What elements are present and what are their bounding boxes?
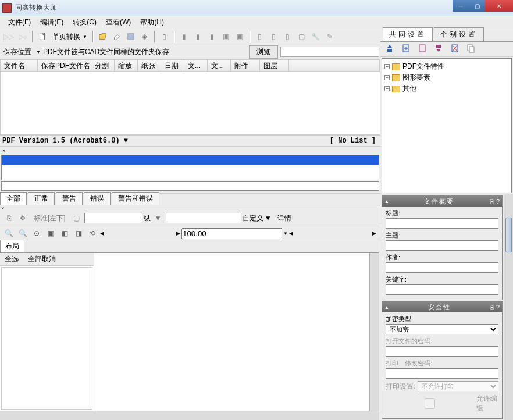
zoom-sel-icon[interactable]: ◨	[72, 227, 85, 240]
file-summary-header[interactable]: ▲ 文件概要 ⎘ ?	[382, 196, 502, 207]
zoom-input[interactable]	[181, 228, 282, 239]
eraser-icon[interactable]	[111, 30, 123, 43]
panel-close-icon[interactable]: ×	[0, 205, 379, 211]
tab-individual-settings[interactable]: 个别设置	[434, 27, 484, 41]
settings-tree[interactable]: + PDF文件特性 + 图形要素 + 其他	[382, 58, 512, 193]
select-all-button[interactable]: 全选	[5, 254, 19, 264]
tree-pdf-props[interactable]: + PDF文件特性	[384, 61, 509, 72]
settings-icon-5[interactable]	[450, 44, 459, 55]
new-doc-icon[interactable]	[36, 30, 49, 43]
title-input[interactable]	[386, 218, 498, 229]
collapse-icon[interactable]: ▲	[384, 305, 389, 310]
tab-error[interactable]: 错误	[84, 192, 111, 205]
menu-file[interactable]: 文件(F)	[3, 16, 35, 29]
tb10-icon[interactable]: 🔧	[309, 30, 322, 43]
progress-list[interactable]	[1, 155, 379, 180]
tab-normal[interactable]: 正常	[28, 192, 55, 205]
col-layer[interactable]: 图层	[260, 60, 289, 71]
col-date[interactable]: 日期	[161, 60, 184, 71]
tb9-icon[interactable]: ▢	[295, 30, 308, 43]
doc-icon[interactable]: ▯	[158, 30, 171, 43]
orient-toggle[interactable]: ▼	[152, 212, 165, 225]
copy-icon[interactable]: ⎘	[2, 212, 15, 225]
col-split[interactable]: 分割	[91, 60, 115, 71]
open-icon[interactable]	[97, 30, 109, 43]
maximize-button[interactable]: ▢	[469, 0, 485, 12]
canvas-scrollbar-h[interactable]	[0, 411, 379, 420]
caret-icon[interactable]: ▼	[265, 214, 272, 222]
col-scale[interactable]: 缩放	[115, 60, 138, 71]
settings-icon-2[interactable]	[401, 44, 411, 55]
col-attach[interactable]: 附件	[231, 60, 260, 71]
copy-icon[interactable]: ⎘	[490, 304, 494, 311]
settings-icon-4[interactable]	[434, 44, 443, 55]
crop-icon[interactable]: ▢	[70, 212, 83, 225]
tab-all[interactable]: 全部	[0, 192, 27, 205]
zoom-in-icon[interactable]: 🔍	[2, 227, 15, 240]
caret-icon[interactable]: ▼	[34, 49, 43, 55]
zoom-fit-icon[interactable]: ⊙	[30, 227, 43, 240]
tb7-icon[interactable]: ▯	[268, 30, 280, 43]
next-icon[interactable]: ▶	[176, 230, 180, 236]
col-paper[interactable]: 纸张	[138, 60, 161, 71]
collapse-icon[interactable]: ▲	[384, 199, 389, 204]
tab-common-settings[interactable]: 共同设置	[383, 27, 433, 41]
expand-icon[interactable]: +	[384, 75, 390, 80]
keywords-input[interactable]	[386, 284, 498, 295]
col-filename[interactable]: 文件名	[1, 60, 38, 71]
file-grid-body[interactable]	[1, 72, 380, 134]
progress-row-selected[interactable]	[2, 155, 379, 165]
close-button[interactable]: ✕	[485, 0, 513, 12]
prev-icon[interactable]: ◀	[100, 230, 104, 236]
tree-other[interactable]: + 其他	[384, 83, 509, 94]
minimize-button[interactable]: ─	[453, 0, 469, 12]
tb11-icon[interactable]: ✎	[323, 30, 336, 43]
col-text2[interactable]: 文...	[208, 60, 231, 71]
tab-layout[interactable]: 布局	[0, 240, 24, 252]
zoom-out-icon[interactable]: 🔍	[16, 227, 29, 240]
tb1-icon[interactable]: ▮	[178, 30, 191, 43]
expand-icon[interactable]: +	[384, 64, 390, 69]
browse-button[interactable]: 浏览	[249, 45, 278, 59]
zoom-reset-icon[interactable]: ⟲	[86, 227, 99, 240]
enctype-select[interactable]: 不加密	[386, 324, 498, 334]
zoom-page-icon[interactable]: ▣	[44, 227, 57, 240]
col-text1[interactable]: 文...	[184, 60, 208, 71]
settings-icon-1[interactable]	[385, 44, 394, 55]
zoom-caret[interactable]: ▼	[283, 231, 288, 236]
settings-icon-3[interactable]	[418, 44, 427, 55]
security-header[interactable]: ▲ 安全性 ⎘ ?	[382, 302, 502, 312]
preview-canvas[interactable]	[94, 253, 369, 411]
save-icon[interactable]	[124, 30, 137, 43]
extra-input[interactable]	[280, 47, 379, 57]
no-list-text[interactable]: [ No List ]	[327, 137, 378, 145]
help-icon[interactable]: ?	[496, 198, 500, 205]
tb5-icon[interactable]: ▣	[234, 30, 247, 43]
copy-settings-icon[interactable]	[466, 44, 476, 55]
layout-list[interactable]	[1, 267, 92, 410]
menu-convert[interactable]: 转换(C)	[68, 16, 101, 29]
copy-icon[interactable]: ⎘	[490, 198, 494, 205]
tb2-icon[interactable]: ▮	[192, 30, 205, 43]
menu-help[interactable]: 帮助(H)	[136, 16, 169, 29]
menu-edit[interactable]: 编辑(E)	[35, 16, 68, 29]
tb6-icon[interactable]: ▯	[254, 30, 266, 43]
right-panel-scrollbar[interactable]	[504, 194, 513, 420]
author-input[interactable]	[386, 262, 498, 273]
tree-graphic-elem[interactable]: + 图形要素	[384, 72, 509, 83]
next2-icon[interactable]: ▶	[372, 230, 376, 236]
col-pdfname[interactable]: 保存PDF文件名	[38, 60, 91, 71]
menu-view[interactable]: 查看(W)	[101, 16, 136, 29]
pdf-version-text[interactable]: PDF Version 1.5 (Acrobat6.0) ▼	[2, 137, 327, 145]
progress-close-icon[interactable]: ×	[1, 148, 379, 154]
run-one-icon[interactable]: ▷₀	[16, 30, 29, 43]
tab-warnerr[interactable]: 警告和错误	[112, 192, 159, 205]
saveas-icon[interactable]: ◈	[138, 30, 151, 43]
help-icon[interactable]: ?	[496, 304, 500, 311]
run-all-icon[interactable]: ▷▷	[2, 30, 15, 43]
canvas-scrollbar-v[interactable]	[369, 253, 379, 411]
tb4-icon[interactable]: ▣	[220, 30, 233, 43]
size-dropdown-2[interactable]	[166, 213, 241, 223]
size-dropdown-1[interactable]	[84, 213, 142, 223]
tb8-icon[interactable]: ▯	[282, 30, 294, 43]
